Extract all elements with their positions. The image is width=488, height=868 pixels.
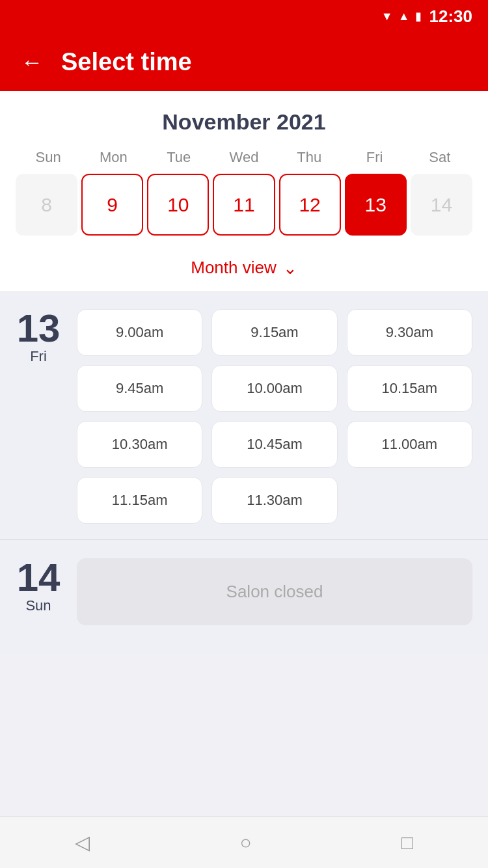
day-header-wed: Wed bbox=[211, 149, 277, 166]
day-header-mon: Mon bbox=[81, 149, 146, 166]
timeslots-section: 13 Fri 9.00am 9.15am 9.30am 9.45am 10.00… bbox=[0, 291, 488, 654]
day-number-col-13: 13 Fri bbox=[16, 309, 61, 365]
month-view-label: Month view bbox=[191, 258, 277, 278]
month-year-label: November 2021 bbox=[16, 109, 472, 135]
day-number-col-14: 14 Sun bbox=[16, 558, 61, 614]
day-block-14: 14 Sun Salon closed bbox=[0, 539, 488, 641]
salon-closed-box: Salon closed bbox=[77, 558, 472, 625]
day-header-sun: Sun bbox=[16, 149, 81, 166]
nav-recent-icon[interactable]: □ bbox=[401, 832, 413, 854]
day-info-row-14: 14 Sun Salon closed bbox=[16, 558, 472, 625]
day-headers-row: Sun Mon Tue Wed Thu Fri Sat bbox=[16, 149, 472, 166]
time-slot-1100am[interactable]: 11.00am bbox=[347, 421, 472, 468]
day-header-tue: Tue bbox=[146, 149, 211, 166]
chevron-down-icon: ⌄ bbox=[283, 260, 297, 277]
time-slot-930am[interactable]: 9.30am bbox=[347, 309, 472, 356]
time-slot-900am[interactable]: 9.00am bbox=[77, 309, 202, 356]
page-title: Select time bbox=[61, 48, 192, 76]
day-name-13: Fri bbox=[30, 348, 47, 365]
status-bar: ▼ ▲ ▮ 12:30 bbox=[0, 0, 488, 33]
nav-home-icon[interactable]: ○ bbox=[239, 832, 251, 854]
date-cell-11[interactable]: 11 bbox=[213, 174, 275, 236]
date-cell-13[interactable]: 13 bbox=[345, 174, 407, 236]
day-header-thu: Thu bbox=[277, 149, 342, 166]
back-button[interactable]: ← bbox=[21, 51, 43, 73]
signal-icon: ▲ bbox=[398, 10, 410, 23]
day-number-14: 14 bbox=[17, 558, 61, 597]
day-name-14: Sun bbox=[25, 597, 51, 614]
day-number-13: 13 bbox=[17, 309, 61, 348]
time-slot-1015am[interactable]: 10.15am bbox=[347, 365, 472, 412]
status-time: 12:30 bbox=[429, 7, 473, 27]
date-cell-8[interactable]: 8 bbox=[16, 174, 77, 236]
battery-icon: ▮ bbox=[415, 9, 422, 23]
month-view-toggle[interactable]: Month view ⌄ bbox=[16, 247, 472, 291]
nav-back-icon[interactable]: ◁ bbox=[75, 831, 90, 854]
time-slot-945am[interactable]: 9.45am bbox=[77, 365, 202, 412]
date-cell-14[interactable]: 14 bbox=[411, 174, 472, 236]
day-header-fri: Fri bbox=[342, 149, 407, 166]
day-block-13: 13 Fri 9.00am 9.15am 9.30am 9.45am 10.00… bbox=[0, 291, 488, 539]
date-row: 8 9 10 11 12 13 14 bbox=[16, 174, 472, 247]
day-header-sat: Sat bbox=[407, 149, 472, 166]
date-cell-9[interactable]: 9 bbox=[81, 174, 143, 236]
nav-bar: ◁ ○ □ bbox=[0, 816, 488, 868]
calendar-section: November 2021 Sun Mon Tue Wed Thu Fri Sa… bbox=[0, 91, 488, 291]
header: ← Select time bbox=[0, 33, 488, 91]
date-cell-12[interactable]: 12 bbox=[279, 174, 341, 236]
date-cell-10[interactable]: 10 bbox=[147, 174, 209, 236]
slots-grid-13: 9.00am 9.15am 9.30am 9.45am 10.00am 10.1… bbox=[77, 309, 472, 524]
time-slot-915am[interactable]: 9.15am bbox=[211, 309, 337, 356]
wifi-icon: ▼ bbox=[381, 10, 393, 23]
time-slot-1115am[interactable]: 11.15am bbox=[77, 477, 202, 524]
time-slot-1130am[interactable]: 11.30am bbox=[211, 477, 337, 524]
time-slot-1030am[interactable]: 10.30am bbox=[77, 421, 202, 468]
time-slot-1045am[interactable]: 10.45am bbox=[211, 421, 337, 468]
time-slot-1000am[interactable]: 10.00am bbox=[211, 365, 337, 412]
day-info-row-13: 13 Fri 9.00am 9.15am 9.30am 9.45am 10.00… bbox=[16, 309, 472, 524]
status-icons: ▼ ▲ ▮ bbox=[381, 9, 422, 23]
